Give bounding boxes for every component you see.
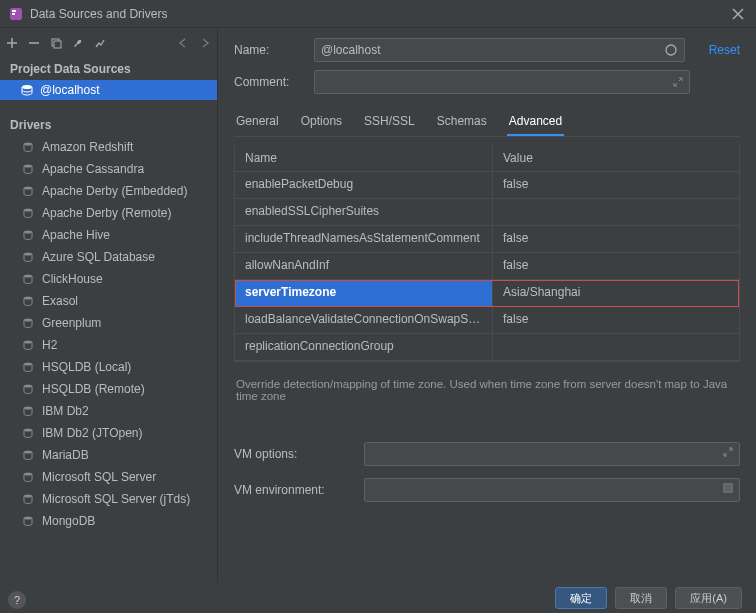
cancel-button[interactable]: 取消: [615, 587, 667, 609]
minus-icon[interactable]: [28, 37, 40, 49]
driver-item[interactable]: IBM Db2 (JTOpen): [0, 422, 217, 444]
property-row[interactable]: serverTimezoneAsia/Shanghai: [235, 280, 739, 307]
data-source-label: @localhost: [40, 83, 100, 97]
app-icon: [8, 6, 24, 22]
driver-item[interactable]: Apache Cassandra: [0, 158, 217, 180]
driver-item[interactable]: Greenplum: [0, 312, 217, 334]
tab-ssh-ssl[interactable]: SSH/SSL: [362, 108, 417, 136]
property-value[interactable]: [493, 334, 739, 360]
svg-point-20: [24, 451, 32, 454]
property-row[interactable]: includeThreadNamesAsStatementCommentfals…: [235, 226, 739, 253]
driver-item[interactable]: Microsoft SQL Server (jTds): [0, 488, 217, 510]
ok-button[interactable]: 确定: [555, 587, 607, 609]
driver-label: Microsoft SQL Server: [42, 470, 156, 484]
vm-env-label: VM environment:: [234, 483, 354, 497]
data-source-item[interactable]: @localhost: [0, 80, 217, 100]
prop-header-value[interactable]: Value: [493, 145, 739, 171]
svg-point-17: [24, 385, 32, 388]
svg-point-9: [24, 209, 32, 212]
plus-icon[interactable]: [6, 37, 18, 49]
property-value[interactable]: Asia/Shanghai: [493, 280, 739, 306]
driver-label: Exasol: [42, 294, 78, 308]
property-name: enabledSSLCipherSuites: [235, 199, 493, 225]
svg-point-13: [24, 297, 32, 300]
property-row[interactable]: enabledSSLCipherSuites: [235, 199, 739, 226]
driver-icon: [20, 161, 36, 177]
property-row[interactable]: enablePacketDebugfalse: [235, 172, 739, 199]
property-value[interactable]: false: [493, 307, 739, 333]
driver-item[interactable]: HSQLDB (Local): [0, 356, 217, 378]
driver-item[interactable]: IBM Db2: [0, 400, 217, 422]
svg-point-19: [24, 429, 32, 432]
apply-button[interactable]: 应用(A): [675, 587, 742, 609]
driver-item[interactable]: Azure SQL Database: [0, 246, 217, 268]
drivers-header: Drivers: [0, 114, 217, 136]
property-name: enablePacketDebug: [235, 172, 493, 198]
comment-input[interactable]: [314, 70, 690, 94]
prop-header-name[interactable]: Name: [235, 145, 493, 171]
driver-icon: [20, 425, 36, 441]
driver-item[interactable]: HSQLDB (Remote): [0, 378, 217, 400]
tab-general[interactable]: General: [234, 108, 281, 136]
driver-item[interactable]: MongoDB: [0, 510, 217, 532]
chart-icon[interactable]: [94, 37, 106, 49]
driver-item[interactable]: ClickHouse: [0, 268, 217, 290]
svg-rect-1: [12, 10, 16, 12]
driver-icon: [20, 337, 36, 353]
property-row[interactable]: loadBalanceValidateConnectionOnSwapServ……: [235, 307, 739, 334]
svg-point-23: [24, 517, 32, 520]
driver-item[interactable]: MariaDB: [0, 444, 217, 466]
driver-label: H2: [42, 338, 57, 352]
property-row[interactable]: replicationConnectionGroup: [235, 334, 739, 361]
tab-schemas[interactable]: Schemas: [435, 108, 489, 136]
tab-advanced[interactable]: Advanced: [507, 108, 564, 136]
close-icon[interactable]: [728, 8, 748, 20]
color-circle-icon[interactable]: [664, 43, 678, 57]
driver-item[interactable]: Microsoft SQL Server: [0, 466, 217, 488]
svg-rect-0: [10, 8, 22, 20]
driver-item[interactable]: Apache Derby (Embedded): [0, 180, 217, 202]
svg-point-22: [24, 495, 32, 498]
vm-env-input[interactable]: [364, 478, 740, 502]
expand-icon[interactable]: [723, 447, 733, 457]
svg-point-11: [24, 253, 32, 256]
driver-label: Greenplum: [42, 316, 101, 330]
properties-header: Name Value: [235, 145, 739, 172]
copy-icon[interactable]: [50, 37, 62, 49]
sidebar-toolbar: [0, 28, 217, 58]
driver-icon: [20, 513, 36, 529]
expand-icon[interactable]: [673, 77, 683, 87]
driver-item[interactable]: Exasol: [0, 290, 217, 312]
window-title: Data Sources and Drivers: [30, 7, 728, 21]
tab-options[interactable]: Options: [299, 108, 344, 136]
driver-icon: [20, 359, 36, 375]
name-label: Name:: [234, 43, 304, 57]
footer: ? 确定 取消 应用(A): [0, 583, 756, 613]
property-value[interactable]: false: [493, 253, 739, 279]
driver-item[interactable]: Amazon Redshift: [0, 136, 217, 158]
svg-point-5: [22, 85, 32, 89]
list-icon[interactable]: [723, 483, 733, 493]
svg-point-6: [24, 143, 32, 146]
reset-link[interactable]: Reset: [709, 43, 740, 57]
property-row[interactable]: allowNanAndInffalse: [235, 253, 739, 280]
driver-item[interactable]: Apache Hive: [0, 224, 217, 246]
driver-icon: [20, 469, 36, 485]
arrow-left-icon[interactable]: [177, 37, 189, 49]
svg-point-24: [666, 45, 676, 55]
arrow-right-icon[interactable]: [199, 37, 211, 49]
wrench-icon[interactable]: [72, 37, 84, 49]
help-badge[interactable]: ?: [8, 591, 26, 609]
name-input[interactable]: @localhost: [314, 38, 685, 62]
driver-label: Apache Derby (Remote): [42, 206, 171, 220]
driver-item[interactable]: Apache Derby (Remote): [0, 202, 217, 224]
property-name: includeThreadNamesAsStatementComment: [235, 226, 493, 252]
svg-point-12: [24, 275, 32, 278]
property-value[interactable]: false: [493, 172, 739, 198]
property-value[interactable]: [493, 199, 739, 225]
driver-item[interactable]: H2: [0, 334, 217, 356]
property-value[interactable]: false: [493, 226, 739, 252]
tabs: GeneralOptionsSSH/SSLSchemasAdvanced: [234, 108, 740, 137]
svg-rect-4: [54, 41, 61, 48]
vm-options-input[interactable]: [364, 442, 740, 466]
